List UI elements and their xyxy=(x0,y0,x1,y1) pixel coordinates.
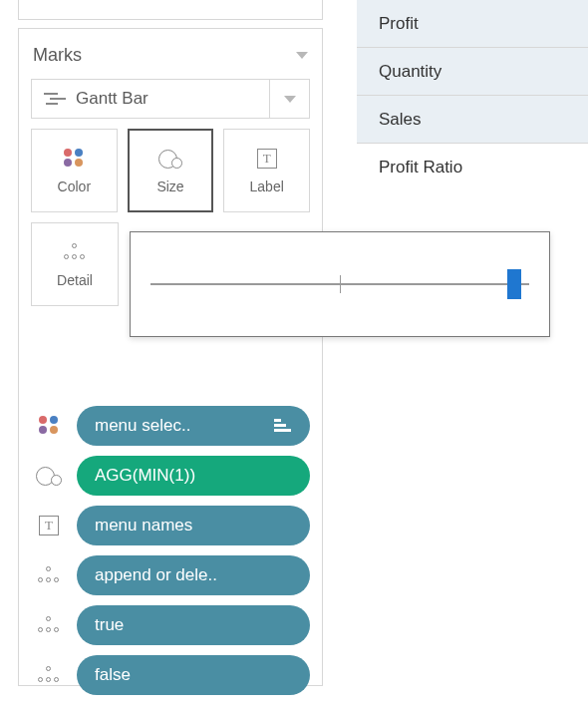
field-pill[interactable]: menu selec.. xyxy=(77,406,310,446)
size-icon xyxy=(158,148,182,170)
color-icon xyxy=(38,416,60,436)
pill-row: true xyxy=(31,605,310,645)
label-shelf-button[interactable]: T Label xyxy=(223,129,310,212)
mark-type-label: Gantt Bar xyxy=(76,89,148,109)
label-icon: T xyxy=(257,149,277,169)
label-shelf-label: Label xyxy=(250,178,284,194)
pill-encoding-button[interactable] xyxy=(31,465,67,487)
measure-item[interactable]: Quantity xyxy=(357,48,588,96)
field-pill-label: menu names xyxy=(95,516,192,536)
marks-card: Marks Gantt Bar Color Size T Label xyxy=(18,28,323,686)
pill-row: false xyxy=(31,655,310,695)
sort-icon xyxy=(274,419,292,433)
measures-list: Profit Quantity Sales Profit Ratio xyxy=(357,0,588,191)
field-pill-label: append or dele.. xyxy=(95,565,217,585)
size-slider-track[interactable] xyxy=(150,283,529,285)
size-shelf-button[interactable]: Size xyxy=(128,129,214,212)
field-pill[interactable]: true xyxy=(77,605,310,645)
pill-encoding-button[interactable]: T xyxy=(31,516,67,536)
gantt-bar-icon xyxy=(44,92,66,106)
field-pill-label: menu selec.. xyxy=(95,416,190,436)
marks-card-header: Marks xyxy=(29,35,312,75)
color-shelf-button[interactable]: Color xyxy=(31,129,118,212)
card-stub xyxy=(18,0,323,20)
detail-icon xyxy=(38,616,60,634)
mark-type-selector[interactable]: Gantt Bar xyxy=(31,79,310,119)
measure-item[interactable]: Profit xyxy=(357,0,588,48)
pill-encoding-button[interactable] xyxy=(31,416,67,436)
color-icon xyxy=(63,149,85,169)
detail-icon xyxy=(64,243,86,261)
field-pill-label: AGG(MIN(1)) xyxy=(95,466,195,486)
detail-shelf-label: Detail xyxy=(57,272,93,288)
slider-center-tick xyxy=(340,275,341,293)
card-menu-caret-icon[interactable] xyxy=(296,52,308,59)
measure-calc-item[interactable]: Profit Ratio xyxy=(357,144,588,191)
size-slider-thumb[interactable] xyxy=(507,269,521,299)
pill-encoding-button[interactable] xyxy=(31,566,67,584)
size-slider-popup xyxy=(130,231,550,337)
size-shelf-label: Size xyxy=(156,178,183,194)
size-icon xyxy=(36,465,62,487)
field-pill[interactable]: menu names xyxy=(77,506,310,545)
pill-row: menu selec.. xyxy=(31,406,310,446)
pill-encoding-button[interactable] xyxy=(31,666,67,684)
field-pill[interactable]: AGG(MIN(1)) xyxy=(77,456,310,496)
pill-row: append or dele.. xyxy=(31,555,310,595)
marks-pills: menu selec..AGG(MIN(1))Tmenu namesappend… xyxy=(29,406,312,695)
pill-encoding-button[interactable] xyxy=(31,616,67,634)
chevron-down-icon xyxy=(284,96,296,103)
field-pill-label: true xyxy=(95,615,124,635)
label-icon: T xyxy=(39,516,59,536)
color-shelf-label: Color xyxy=(58,178,91,194)
detail-shelf-button[interactable]: Detail xyxy=(31,222,119,306)
measure-item[interactable]: Sales xyxy=(357,96,588,144)
detail-icon xyxy=(38,566,60,584)
mark-type-display: Gantt Bar xyxy=(32,89,269,109)
field-pill[interactable]: append or dele.. xyxy=(77,555,310,595)
detail-icon xyxy=(38,666,60,684)
marks-card-title: Marks xyxy=(33,45,82,66)
shelf-row-1: Color Size T Label xyxy=(29,129,312,212)
field-pill-label: false xyxy=(95,665,131,685)
pill-row: Tmenu names xyxy=(31,506,310,545)
field-pill[interactable]: false xyxy=(77,655,310,695)
mark-type-dropdown-button[interactable] xyxy=(269,80,309,118)
pill-row: AGG(MIN(1)) xyxy=(31,456,310,496)
